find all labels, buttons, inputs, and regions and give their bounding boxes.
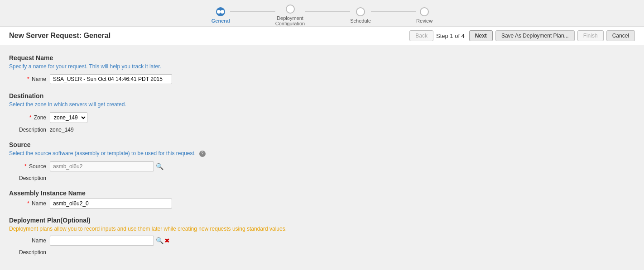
source-description-label: Description	[9, 175, 50, 181]
page-header: New Server Request: General Back Step 1 …	[0, 26, 644, 45]
step-circle-deployment	[286, 5, 295, 14]
zone-label: * Zone	[9, 114, 50, 121]
source-heading: Source	[9, 141, 635, 148]
source-description-row: Description	[9, 175, 635, 181]
source-input[interactable]	[50, 161, 154, 171]
source-subtext: Select the source software (assembly or …	[9, 150, 635, 157]
request-name-section: Request Name Specify a name for your req…	[9, 54, 635, 84]
zone-row: * Zone zone_149 zone_150 zone_151	[9, 112, 635, 123]
finish-button[interactable]: Finish	[577, 30, 604, 41]
deployment-description-row: Description	[9, 249, 635, 256]
assembly-name-label: * Name	[9, 200, 50, 207]
main-content: Request Name Specify a name for your req…	[0, 45, 644, 270]
step-label-review: Review	[416, 18, 433, 24]
source-input-wrapper: 🔍	[50, 161, 163, 171]
step-general[interactable]: General	[211, 7, 230, 24]
assembly-name-input[interactable]	[50, 199, 172, 208]
deployment-plan-name-input[interactable]	[50, 236, 154, 246]
deployment-name-row: Name 🔍 ✖	[9, 236, 635, 246]
step-connector-2	[305, 11, 350, 12]
zone-description-value: zone_149	[50, 127, 74, 133]
source-help-icon[interactable]: ?	[199, 151, 206, 157]
deployment-plan-section: Deployment Plan(Optional) Deployment pla…	[9, 217, 635, 256]
assembly-name-row: * Name	[9, 199, 635, 208]
deployment-search-icon[interactable]: 🔍	[156, 237, 163, 244]
step-label-deployment: DeploymentConfiguration	[275, 15, 305, 26]
zone-description-label: Description	[9, 127, 50, 133]
step-deployment-config[interactable]: DeploymentConfiguration	[275, 5, 305, 26]
required-star-zone: *	[29, 114, 32, 121]
request-name-row: * Name	[9, 74, 635, 84]
step-indicator: Step 1 of 4	[436, 33, 465, 39]
step-label-schedule: Schedule	[350, 18, 371, 24]
header-actions: Back Step 1 of 4 Next Save As Deployment…	[409, 30, 635, 41]
step-review[interactable]: Review	[416, 7, 433, 24]
back-button[interactable]: Back	[409, 30, 433, 41]
destination-subtext: Select the zone in which servers will ge…	[9, 101, 635, 108]
deployment-plan-heading: Deployment Plan(Optional)	[9, 217, 635, 224]
request-name-heading: Request Name	[9, 54, 635, 62]
step-circle-review	[420, 7, 429, 16]
zone-select[interactable]: zone_149 zone_150 zone_151	[50, 112, 87, 123]
source-label: * Source	[9, 163, 50, 170]
step-circle-schedule	[356, 7, 365, 16]
deployment-icon-group: 🔍 ✖	[156, 237, 170, 244]
step-connector-1	[230, 11, 275, 12]
source-section: Source Select the source software (assem…	[9, 141, 635, 181]
deployment-plan-info: Deployment plans allow you to record inp…	[9, 226, 635, 232]
step-schedule[interactable]: Schedule	[350, 7, 371, 24]
source-row: * Source 🔍	[9, 161, 635, 171]
deployment-description-label: Description	[9, 249, 50, 256]
destination-section: Destination Select the zone in which ser…	[9, 92, 635, 133]
steps-container: General DeploymentConfiguration Schedule…	[211, 5, 433, 26]
required-star-assembly: *	[27, 200, 29, 207]
source-search-icon[interactable]: 🔍	[156, 163, 163, 170]
save-deployment-plan-button[interactable]: Save As Deployment Plan...	[495, 30, 575, 41]
zone-select-wrapper: zone_149 zone_150 zone_151	[50, 112, 87, 123]
required-star-name: *	[27, 76, 29, 82]
destination-heading: Destination	[9, 92, 635, 99]
next-button[interactable]: Next	[469, 30, 493, 41]
assembly-instance-heading: Assembly Instance Name	[9, 189, 635, 197]
deployment-name-label: Name	[9, 237, 50, 244]
zone-description-row: Description zone_149	[9, 127, 635, 133]
request-name-input[interactable]	[50, 74, 172, 84]
step-circle-general	[216, 7, 225, 16]
page-title: New Server Request: General	[9, 32, 111, 40]
wizard-steps: General DeploymentConfiguration Schedule…	[0, 0, 644, 26]
required-star-source: *	[24, 163, 27, 170]
request-name-label: * Name	[9, 76, 50, 82]
request-name-subtext: Specify a name for your request. This wi…	[9, 63, 635, 70]
step-label-general: General	[211, 18, 230, 24]
deployment-clear-icon[interactable]: ✖	[164, 237, 170, 244]
step-connector-3	[371, 11, 416, 12]
cancel-button[interactable]: Cancel	[606, 30, 635, 41]
assembly-instance-section: Assembly Instance Name * Name	[9, 189, 635, 208]
